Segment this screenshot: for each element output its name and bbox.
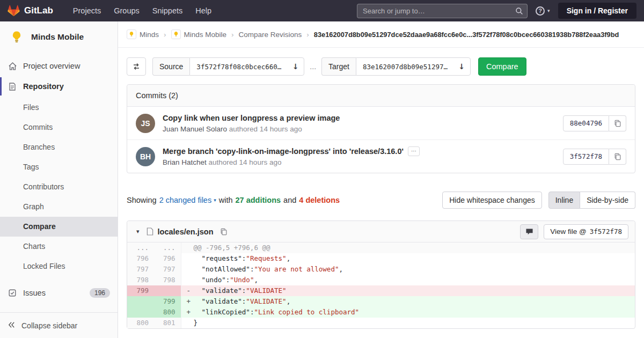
sidebar-item-issues[interactable]: Issues 196 [0,283,118,303]
repository-submenu: FilesCommitsBranchesTagsContributorsGrap… [0,97,118,276]
diff-line: ......@@ -796,5 +796,6 @@ [127,243,635,253]
collapse-file-chevron[interactable]: ▾ [134,228,142,235]
sidebar-item-project-overview[interactable]: Project overview [0,56,118,76]
old-line-number[interactable]: 797 [127,264,154,275]
help-menu[interactable]: ? ▾ [536,6,550,16]
collapse-sidebar-button[interactable]: Collapse sidebar [0,312,118,338]
caret-down-icon: ▾ [214,198,216,203]
breadcrumb-minds-mobile[interactable]: Minds Mobile [171,30,227,39]
sidebar-item-locked-files[interactable]: Locked Files [0,256,118,276]
old-line-number[interactable] [127,296,154,307]
menu-item-help[interactable]: Help [189,3,217,18]
with-label: with [219,196,233,204]
commits-panel-header: Commits (2) [127,85,635,107]
commit-sha-group: 88e04796 [563,115,626,131]
copy-sha-button[interactable] [609,115,626,131]
commit-author-link[interactable]: Juan Manuel Solaro [163,125,227,133]
project-header[interactable]: Minds Mobile [0,21,118,53]
diff-line: 799- "validate":"VALIDATE" [127,285,635,296]
old-line-number[interactable]: 799 [127,285,154,296]
compare-form: Source 3f572f78f08c0bcec660… ↓ ... Targe… [127,57,635,76]
source-revision-dropdown[interactable]: 3f572f78f08c0bcec660… ↓ [189,57,304,76]
old-line-number[interactable]: 798 [127,275,154,285]
sidebar-item-label: Project overview [23,62,80,70]
new-line-number[interactable]: 801 [154,318,181,328]
file-diff-panel: ▾ locales/en.json View file @ [127,221,635,329]
new-line-number[interactable]: 800 [154,307,181,318]
diff-line-content: "notAllowed":"You are not allowed", [181,264,635,275]
sidebar-item-repository[interactable]: Repository [0,76,118,97]
diff-line-content: + "validate":"VALIDATE", [181,296,635,307]
diff-table-body: ......@@ -796,5 +796,6 @@796796 "request… [127,243,635,328]
deletions-count: 4 deletions [299,196,340,204]
menu-item-projects[interactable]: Projects [67,3,107,18]
new-line-number[interactable] [154,285,181,296]
commit-sha-link[interactable]: 3f572f78 [563,149,609,165]
source-revision-value: 3f572f78f08c0bcec660… [196,63,281,71]
search-input[interactable] [357,4,528,18]
old-line-number[interactable] [127,307,154,318]
file-diff-header: ▾ locales/en.json View file @ [127,221,635,243]
commits-panel: Commits (2) JSCopy link when user longpr… [127,84,635,173]
diff-line-content: - "validate":"VALIDATE" [181,285,635,296]
breadcrumb-minds[interactable]: Minds [127,30,159,39]
gitlab-logo[interactable]: GitLab [8,5,53,17]
inline-view-button[interactable]: Inline [548,192,580,209]
target-revision-value: 83e162007d8b09e51297… [363,63,448,71]
commit-sha-group: 3f572f78 [563,149,626,165]
breadcrumb-compare-revisions[interactable]: Compare Revisions [239,31,302,39]
home-icon [8,61,17,71]
diff-line-content: @@ -796,5 +796,6 @@ [181,243,635,253]
swap-revisions-button[interactable] [127,57,146,76]
top-navbar: GitLab ProjectsGroupsSnippetsHelp ? ▾ Si… [0,0,644,21]
sidebar-item-graph[interactable]: Graph [0,197,118,217]
side-by-side-view-button[interactable]: Side-by-side [580,192,635,209]
sidebar-item-branches[interactable]: Branches [0,137,118,157]
sidebar-item-compare[interactable]: Compare [0,217,118,237]
commit-title-link[interactable]: Merge branch 'copy-link-on-image-longpre… [163,147,404,156]
sidebar-item-charts[interactable]: Charts [0,237,118,256]
old-line-number[interactable]: 796 [127,253,154,264]
sign-in-button[interactable]: Sign in / Register [558,3,636,19]
sidebar-nav: Project overview Repository FilesCommits… [0,56,118,338]
breadcrumb-separator: › [231,31,234,39]
new-line-number[interactable]: 796 [154,253,181,264]
hide-whitespace-button[interactable]: Hide whitespace changes [442,192,542,209]
revisions-ellipsis: ... [310,62,316,71]
commit-title-link[interactable]: Copy link when user longpress a preview … [163,114,340,122]
target-revision-dropdown[interactable]: 83e162007d8b09e51297… ↓ [356,57,471,76]
commit-sha-link[interactable]: 88e04796 [563,115,609,131]
commit-meta: Brian Hatchet authored 14 hours ago [163,158,555,166]
new-line-number[interactable]: ... [154,243,181,253]
compare-button[interactable]: Compare [478,57,526,76]
target-label: Target [321,57,356,76]
sidebar-item-tags[interactable]: Tags [0,157,118,177]
copy-sha-button[interactable] [609,149,626,165]
target-group: Target 83e162007d8b09e51297… ↓ [321,57,471,76]
group-avatar [127,30,136,39]
menu-item-snippets[interactable]: Snippets [147,3,188,18]
sidebar-item-commits[interactable]: Commits [0,117,118,137]
view-file-button[interactable]: View file @ 3f572f78 [544,224,628,239]
expand-commit-message-button[interactable]: ··· [408,146,420,156]
sidebar-item-label: Repository [23,82,64,91]
diff-sign: + [187,296,194,307]
old-line-number[interactable]: ... [127,243,154,253]
sidebar-item-files[interactable]: Files [0,98,118,117]
diff-line-content: + "linkCopied":"Link copied to clipboard… [181,307,635,318]
changed-files-dropdown[interactable]: 2 changed files ▾ [159,196,216,204]
breadcrumb-label: Minds Mobile [184,31,227,39]
project-name: Minds Mobile [31,32,84,42]
commit-author-link[interactable]: Brian Hatchet [163,158,207,166]
file-icon [147,227,153,236]
diff-line: 800801} [127,318,635,328]
toggle-comments-button[interactable] [520,224,538,239]
new-line-number[interactable]: 798 [154,275,181,285]
menu-item-groups[interactable]: Groups [108,3,145,18]
new-line-number[interactable]: 799 [154,296,181,307]
sidebar-item-contributors[interactable]: Contributors [0,177,118,197]
old-line-number[interactable]: 800 [127,318,154,328]
copy-file-path-button[interactable] [219,227,229,237]
file-actions: View file @ 3f572f78 [520,224,628,239]
new-line-number[interactable]: 797 [154,264,181,275]
